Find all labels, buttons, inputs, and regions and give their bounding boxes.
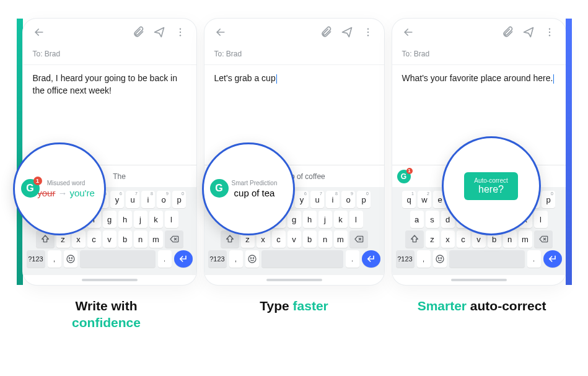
key-enter[interactable] xyxy=(362,250,380,268)
key-b[interactable]: b xyxy=(303,230,317,248)
key-symbols[interactable]: ?123 xyxy=(27,250,45,268)
key-k[interactable]: k xyxy=(334,211,348,228)
app-toolbar xyxy=(204,19,384,46)
key-u[interactable]: 7u xyxy=(310,191,324,208)
to-field[interactable]: To: Brad xyxy=(23,46,196,65)
grammarly-icon: G1 xyxy=(21,179,40,198)
key-y[interactable]: 6y xyxy=(295,191,309,208)
key-n[interactable]: n xyxy=(318,230,332,248)
key-h[interactable]: h xyxy=(303,211,317,228)
key-symbols[interactable]: ?123 xyxy=(208,250,227,268)
key-m[interactable]: m xyxy=(149,230,163,248)
key-b[interactable]: b xyxy=(118,230,132,248)
accent-bar xyxy=(566,19,572,285)
key-c[interactable]: c xyxy=(272,230,286,248)
key-space[interactable] xyxy=(261,250,343,268)
message-body[interactable]: What's your favorite place around here. xyxy=(392,65,566,115)
text-cursor xyxy=(553,74,554,84)
key-a[interactable]: a xyxy=(410,211,424,228)
key-comma[interactable]: , xyxy=(229,250,243,268)
key-j[interactable]: j xyxy=(134,211,147,228)
key-g[interactable]: g xyxy=(287,211,301,228)
key-i[interactable]: 8i xyxy=(141,191,155,208)
key-p[interactable]: 0p xyxy=(542,191,555,208)
key-symbols[interactable]: ?123 xyxy=(396,250,415,268)
key-emoji[interactable] xyxy=(245,250,259,268)
svg-point-15 xyxy=(436,255,444,263)
key-x[interactable]: x xyxy=(441,230,455,248)
key-p[interactable]: 0p xyxy=(172,191,186,208)
key-i[interactable]: 8i xyxy=(326,191,340,208)
key-l[interactable]: l xyxy=(349,211,363,228)
grammarly-icon[interactable]: G1 xyxy=(397,170,411,183)
key-p[interactable]: 0p xyxy=(357,191,371,208)
key-backspace[interactable] xyxy=(165,230,183,248)
key-period[interactable]: . xyxy=(527,250,541,268)
key-o[interactable]: 9o xyxy=(157,191,170,208)
key-period[interactable]: . xyxy=(158,250,172,268)
key-period[interactable]: . xyxy=(346,250,359,268)
key-n[interactable]: n xyxy=(134,230,147,248)
lens-prediction[interactable]: cup of tea xyxy=(234,188,275,198)
to-field[interactable]: To: Brad xyxy=(204,46,384,65)
key-backspace[interactable] xyxy=(349,230,368,248)
key-q[interactable]: 1q xyxy=(402,191,416,208)
key-comma[interactable]: , xyxy=(48,250,61,268)
key-emoji[interactable] xyxy=(433,250,447,268)
key-j[interactable]: j xyxy=(318,211,332,228)
svg-point-13 xyxy=(548,32,550,33)
attach-icon[interactable] xyxy=(131,25,146,40)
key-s[interactable]: s xyxy=(426,211,439,228)
key-v[interactable]: v xyxy=(103,230,116,248)
more-icon[interactable] xyxy=(542,25,557,40)
key-space[interactable] xyxy=(80,250,156,268)
phone-panel-3: To: Brad What's your favorite place arou… xyxy=(392,19,572,285)
send-icon[interactable] xyxy=(340,25,354,40)
key-w[interactable]: 2w xyxy=(418,191,431,208)
key-emoji[interactable] xyxy=(64,250,77,268)
key-c[interactable]: c xyxy=(87,230,101,248)
more-icon[interactable] xyxy=(173,25,188,40)
lens-label: Smart Prediction xyxy=(232,180,278,186)
back-icon[interactable] xyxy=(401,25,416,40)
to-field[interactable]: To: Brad xyxy=(392,46,566,65)
svg-point-9 xyxy=(248,255,256,263)
key-m[interactable]: m xyxy=(519,230,532,248)
message-body[interactable]: Brad, I heard your going to be back in t… xyxy=(23,65,196,115)
key-enter[interactable] xyxy=(543,250,562,268)
send-icon[interactable] xyxy=(152,25,167,40)
grammarly-icon: G xyxy=(210,179,229,198)
accent-bar xyxy=(17,19,23,285)
app-toolbar xyxy=(23,19,196,46)
svg-point-2 xyxy=(179,35,180,36)
more-icon[interactable] xyxy=(361,25,375,40)
lens-suggestion[interactable]: your→you're xyxy=(37,188,95,198)
key-l[interactable]: l xyxy=(534,211,548,228)
magnifier-lens: G1 Misused word your→you're xyxy=(13,142,106,235)
key-l[interactable]: l xyxy=(165,211,178,228)
key-z[interactable]: z xyxy=(426,230,439,248)
back-icon[interactable] xyxy=(213,25,228,40)
message-body[interactable]: Let's grab a cup xyxy=(204,65,384,115)
key-c[interactable]: c xyxy=(457,230,470,248)
back-icon[interactable] xyxy=(32,25,46,40)
key-enter[interactable] xyxy=(174,250,193,268)
key-u[interactable]: 7u xyxy=(126,191,139,208)
key-g[interactable]: g xyxy=(103,211,116,228)
key-h[interactable]: h xyxy=(118,211,132,228)
key-k[interactable]: k xyxy=(149,211,163,228)
svg-point-11 xyxy=(253,258,253,258)
autocorrect-chip[interactable]: Auto-correct here? xyxy=(464,172,517,200)
key-m[interactable]: m xyxy=(334,230,348,248)
svg-point-4 xyxy=(69,258,69,258)
send-icon[interactable] xyxy=(521,25,536,40)
key-v[interactable]: v xyxy=(287,230,301,248)
key-o[interactable]: 9o xyxy=(341,191,355,208)
key-backspace[interactable] xyxy=(534,230,553,248)
attach-icon[interactable] xyxy=(318,25,333,40)
key-shift[interactable] xyxy=(405,230,424,248)
attach-icon[interactable] xyxy=(500,25,515,40)
key-y[interactable]: 6y xyxy=(110,191,124,208)
key-comma[interactable]: , xyxy=(417,250,431,268)
key-space[interactable] xyxy=(449,250,525,268)
